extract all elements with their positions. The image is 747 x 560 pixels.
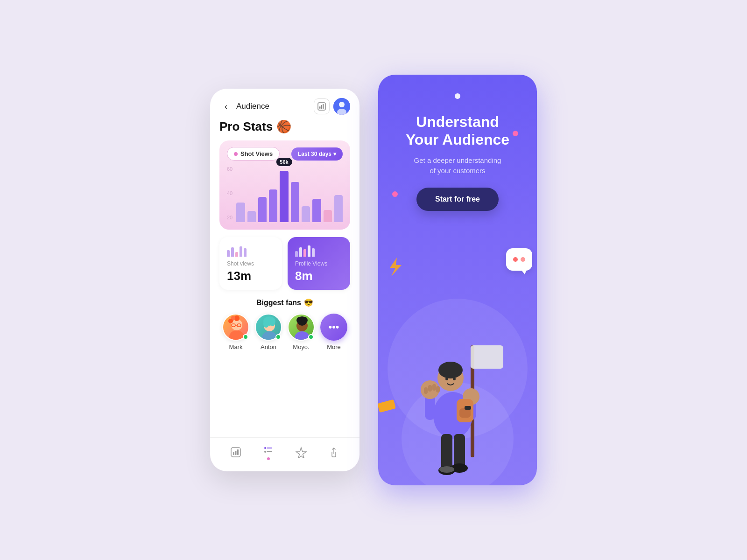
fan-mark-online — [243, 334, 248, 340]
svg-rect-58 — [465, 406, 471, 410]
svg-rect-28 — [237, 449, 239, 455]
svg-point-40 — [438, 362, 463, 378]
svg-point-21 — [295, 331, 310, 341]
fan-more-button[interactable]: ••• — [320, 314, 347, 341]
character-illustration — [397, 308, 518, 485]
bottom-nav — [210, 437, 359, 471]
fan-mark-name: Mark — [229, 343, 243, 350]
fan-moyo[interactable]: Moyo. — [288, 314, 315, 350]
character-area — [392, 220, 523, 485]
scene: ‹ Audience — [93, 75, 654, 485]
fans-row: Mark — [219, 314, 350, 350]
svg-rect-3 — [323, 104, 324, 109]
chat-bubble — [506, 248, 532, 271]
nav-star[interactable] — [296, 447, 307, 458]
nav-active-dot — [267, 457, 270, 460]
pro-stats-title: Pro Stats 🏀 — [219, 119, 350, 134]
bar-4 — [269, 189, 277, 222]
fan-anton-online — [275, 334, 281, 340]
svg-rect-37 — [471, 345, 503, 369]
bar-tooltip: 56k — [276, 158, 292, 166]
fan-more[interactable]: ••• More — [320, 314, 347, 350]
header-title: Audience — [236, 102, 310, 111]
accent-dot-top — [513, 131, 518, 136]
svg-rect-46 — [428, 385, 432, 392]
shot-views-mini-chart — [227, 244, 275, 257]
phone-notch — [455, 93, 460, 99]
lightning-icon — [388, 258, 402, 280]
gold-block — [378, 399, 396, 413]
bar-10 — [334, 195, 343, 222]
nav-chart[interactable] — [230, 447, 241, 458]
left-phone: ‹ Audience — [210, 89, 359, 471]
shot-views-dot — [234, 152, 238, 156]
right-phone: UnderstandYour Audience Get a deeper und… — [378, 75, 537, 485]
y-label-60: 60 — [227, 166, 233, 172]
profile-views-value: 8m — [295, 269, 343, 283]
fan-anton[interactable]: Anton — [255, 314, 282, 350]
bar-3 — [258, 197, 267, 222]
back-button[interactable]: ‹ — [219, 100, 233, 113]
phone-body: Pro Stats 🏀 Shot Views Last 30 days ▾ — [210, 119, 359, 437]
profile-views-mini-chart — [295, 244, 343, 257]
svg-point-19 — [270, 320, 275, 326]
bar-2 — [247, 211, 256, 222]
svg-point-42 — [453, 378, 456, 380]
shot-views-tab[interactable]: Shot Views — [227, 147, 280, 161]
svg-rect-48 — [436, 386, 440, 392]
svg-rect-45 — [424, 387, 428, 394]
bar-9 — [324, 210, 332, 222]
svg-rect-2 — [321, 105, 323, 109]
shot-views-stat-label: Shot views — [227, 260, 275, 267]
fan-moyo-name: Moyo. — [293, 343, 309, 350]
svg-point-41 — [445, 378, 448, 380]
bar-7 — [302, 206, 310, 222]
svg-point-18 — [263, 320, 269, 328]
bar-8 — [312, 199, 321, 222]
svg-rect-47 — [432, 384, 436, 391]
svg-rect-26 — [233, 452, 234, 455]
accent-dot-mid — [392, 191, 398, 197]
svg-point-31 — [264, 451, 266, 453]
svg-point-24 — [301, 317, 308, 323]
svg-point-34 — [521, 257, 525, 262]
fan-anton-avatar — [255, 314, 282, 341]
shot-views-value: 13m — [227, 269, 275, 283]
days-filter[interactable]: Last 30 days ▾ — [291, 147, 343, 161]
shot-views-card: Shot views 13m — [219, 237, 282, 290]
fans-title: Biggest fans 😎 — [219, 298, 350, 307]
chart-area: 60 40 20 56k — [227, 166, 343, 222]
svg-rect-1 — [319, 106, 321, 109]
nav-share[interactable] — [328, 447, 339, 458]
bar-5: 56k — [280, 171, 288, 222]
svg-point-57 — [439, 466, 454, 473]
chart-card: Shot Views Last 30 days ▾ 60 40 20 — [219, 140, 350, 230]
fans-section: Biggest fans 😎 — [219, 298, 350, 350]
stats-row: Shot views 13m Profile Views 8m — [219, 237, 350, 290]
svg-point-33 — [513, 257, 518, 262]
bar-1 — [236, 203, 245, 222]
fan-moyo-online — [308, 334, 314, 340]
bar-6 — [291, 182, 299, 222]
svg-point-29 — [264, 447, 266, 449]
svg-point-5 — [339, 102, 345, 107]
fan-moyo-avatar — [288, 314, 315, 341]
fan-mark[interactable]: Mark — [222, 314, 249, 350]
y-label-20: 20 — [227, 215, 233, 220]
chart-bars: 56k — [236, 166, 343, 222]
shot-views-label: Shot Views — [240, 150, 273, 157]
profile-views-card: Profile Views 8m — [288, 237, 350, 290]
fan-anton-name: Anton — [261, 343, 276, 350]
y-label-40: 40 — [227, 190, 233, 196]
fan-more-label: More — [327, 343, 341, 350]
phone-header: ‹ Audience — [210, 89, 359, 119]
fan-mark-avatar — [222, 314, 249, 341]
nav-list[interactable] — [263, 444, 274, 460]
chart-icon-button[interactable] — [314, 98, 330, 114]
svg-point-16 — [262, 331, 277, 341]
svg-point-11 — [228, 319, 233, 323]
start-for-free-button[interactable]: Start for free — [416, 188, 499, 211]
user-avatar[interactable] — [333, 98, 350, 115]
svg-point-8 — [229, 330, 244, 341]
chart-y-labels: 60 40 20 — [227, 166, 233, 222]
